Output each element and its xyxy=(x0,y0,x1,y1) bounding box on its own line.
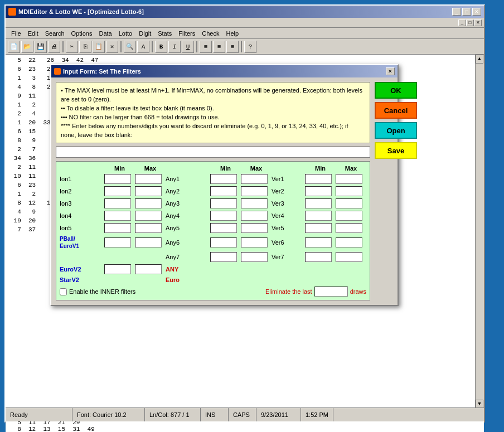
info-box: • The MAX level must be at least Min+1. … xyxy=(56,82,370,143)
ion2-max-input[interactable] xyxy=(135,186,162,196)
eliminate-text-input[interactable] xyxy=(56,147,370,157)
pball-min-input[interactable] xyxy=(104,237,131,247)
cancel-button[interactable]: Cancel xyxy=(375,102,417,119)
title-bar-left: MDIEditor & Lotto WE - [Optimized Lotto-… xyxy=(8,8,144,16)
starv2-label: StarV2 xyxy=(60,276,104,283)
any5-min-input[interactable] xyxy=(210,223,237,233)
ver3-max-input[interactable] xyxy=(336,198,362,208)
minimize-button[interactable]: _ xyxy=(452,8,461,16)
open-button-dialog[interactable]: Open xyxy=(375,122,417,139)
any6-label: Any6 xyxy=(166,239,210,246)
eurov2-max-input[interactable] xyxy=(135,264,162,274)
filter-header-row: Min Max Min Max Min Max xyxy=(60,165,366,172)
any-label: ANY xyxy=(166,266,210,273)
any2-min-input[interactable] xyxy=(210,186,237,196)
bottom-line: 8 12 13 15 31 49 xyxy=(10,426,479,432)
pball-max-input[interactable] xyxy=(135,237,162,247)
ver5-max-input[interactable] xyxy=(336,223,362,233)
ion2-label: Ion2 xyxy=(60,188,104,195)
ver7-max-input[interactable] xyxy=(336,252,362,262)
any4-min-input[interactable] xyxy=(210,211,237,221)
ion1-min-input[interactable] xyxy=(104,174,131,184)
any5-label: Any5 xyxy=(166,225,210,231)
eliminate-last-input[interactable] xyxy=(314,287,348,297)
title-bar-buttons: _ □ ✕ xyxy=(452,8,481,16)
mdi-restore-button[interactable]: □ xyxy=(466,20,474,26)
dialog-icon xyxy=(54,68,61,75)
ion1-max-input[interactable] xyxy=(135,174,162,184)
filter-min2-header: Min xyxy=(210,165,241,172)
any1-label: Any1 xyxy=(166,176,210,182)
ver1-max-input[interactable] xyxy=(336,174,362,184)
any7-min-input[interactable] xyxy=(210,252,237,262)
ion3-label: Ion3 xyxy=(60,200,104,207)
inner-filters-label: Enable the INNER filters xyxy=(69,288,135,295)
any3-min-input[interactable] xyxy=(210,198,237,208)
any3-max-input[interactable] xyxy=(241,198,268,208)
ver6-min-input[interactable] xyxy=(305,237,332,247)
ion3-max-input[interactable] xyxy=(135,198,162,208)
any6-max-input[interactable] xyxy=(241,237,268,247)
any1-min-input[interactable] xyxy=(210,174,237,184)
any7-max-input[interactable] xyxy=(241,252,268,262)
save-button-dialog[interactable]: Save xyxy=(375,142,417,159)
ver4-label: Ver4 xyxy=(272,212,305,219)
dialog-close-button[interactable]: ✕ xyxy=(386,67,395,75)
any6-min-input[interactable] xyxy=(210,237,237,247)
ion4-min-input[interactable] xyxy=(104,211,131,221)
title-bar: MDIEditor & Lotto WE - [Optimized Lotto-… xyxy=(6,6,484,18)
any5-max-input[interactable] xyxy=(241,223,268,233)
ion1-label: Ion1 xyxy=(60,176,104,182)
filter-row-1: Ion1 Any1 Ver1 xyxy=(60,174,366,184)
ver1-label: Ver1 xyxy=(272,176,305,182)
ver3-min-input[interactable] xyxy=(305,198,332,208)
dialog-buttons: OK Cancel Open Save xyxy=(375,82,417,300)
euro-label: Euro xyxy=(166,276,210,283)
inner-filters-checkbox[interactable] xyxy=(60,288,67,295)
ver3-label: Ver3 xyxy=(272,200,305,207)
filter-min1-header: Min xyxy=(104,165,135,172)
ion4-max-input[interactable] xyxy=(135,211,162,221)
ver1-min-input[interactable] xyxy=(305,174,332,184)
close-button[interactable]: ✕ xyxy=(472,8,481,16)
filter-row-4: Ion4 Any4 Ver4 xyxy=(60,211,366,221)
ion5-min-input[interactable] xyxy=(104,223,131,233)
ok-button[interactable]: OK xyxy=(375,82,417,99)
pball-eurov1-label: PBall/EuroV1 xyxy=(60,235,104,250)
filter-bottom: Enable the INNER filters Eliminate the l… xyxy=(60,287,366,297)
ion3-min-input[interactable] xyxy=(104,198,131,208)
ver2-min-input[interactable] xyxy=(305,186,332,196)
mdi-child-bar: _ □ ✕ xyxy=(6,18,484,28)
mdi-minimize-button[interactable]: _ xyxy=(458,20,466,26)
eurov2-min-input[interactable] xyxy=(104,264,131,274)
maximize-button[interactable]: □ xyxy=(462,8,471,16)
ver7-min-input[interactable] xyxy=(305,252,332,262)
info-line-3: ••• NO filter can be larger than 668 = t… xyxy=(61,113,365,122)
filter-row-7: Any7 Ver7 xyxy=(60,252,366,262)
mdi-close-button[interactable]: ✕ xyxy=(474,20,482,26)
ver6-max-input[interactable] xyxy=(336,237,362,247)
ver2-max-input[interactable] xyxy=(336,186,362,196)
filter-grid: Min Max Min Max Min Max Ion1 xyxy=(56,161,370,300)
any2-max-input[interactable] xyxy=(241,186,268,196)
main-window: MDIEditor & Lotto WE - [Optimized Lotto-… xyxy=(4,4,485,423)
window-title: MDIEditor & Lotto WE - [Optimized Lotto-… xyxy=(18,8,144,15)
any1-max-input[interactable] xyxy=(241,174,268,184)
dialog-title: Input Form: Set The Filters xyxy=(54,68,141,75)
ver4-max-input[interactable] xyxy=(336,211,362,221)
eliminate-input-field[interactable] xyxy=(56,147,370,158)
ion2-min-input[interactable] xyxy=(104,186,131,196)
any4-max-input[interactable] xyxy=(241,211,268,221)
inner-filters-checkbox-label[interactable]: Enable the INNER filters xyxy=(60,288,135,295)
filter-row-2: Ion2 Any2 Ver2 xyxy=(60,186,366,196)
any3-label: Any3 xyxy=(166,200,210,207)
ion5-max-input[interactable] xyxy=(135,223,162,233)
ver4-min-input[interactable] xyxy=(305,211,332,221)
filter-row-8: EuroV2 ANY xyxy=(60,264,366,274)
ver5-min-input[interactable] xyxy=(305,223,332,233)
ion5-label: Ion5 xyxy=(60,225,104,231)
draws-label: draws xyxy=(350,288,366,295)
eliminate-last-label: Eliminate the last xyxy=(265,288,312,295)
filter-max3-header: Max xyxy=(336,165,366,172)
filter-max1-header: Max xyxy=(135,165,166,172)
